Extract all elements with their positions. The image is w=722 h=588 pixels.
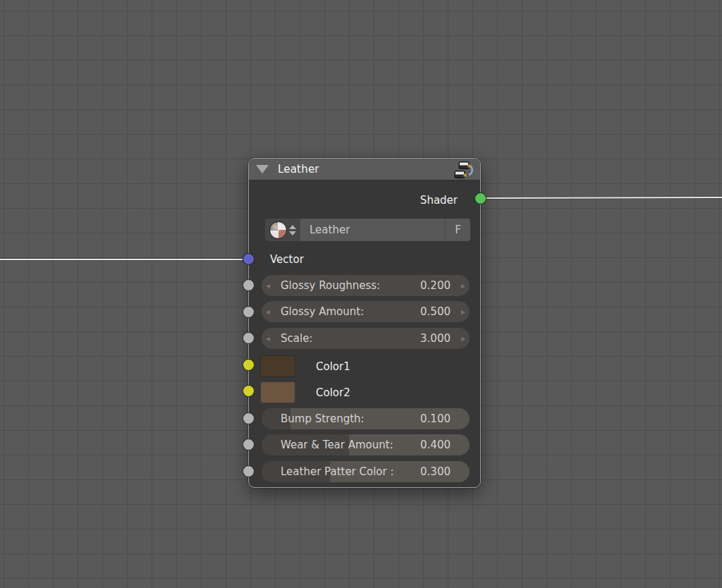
- wire-shader-output: [481, 197, 722, 198]
- decrease-arrow-icon[interactable]: ◂: [266, 281, 270, 290]
- field-value: 0.300: [420, 465, 451, 478]
- output-label-shader: Shader: [420, 194, 458, 207]
- input-row-vector: Vector: [249, 249, 480, 270]
- input-label-color2: Color2: [316, 386, 350, 399]
- field-label: Wear & Tear Amount:: [281, 439, 420, 451]
- stepper-arrows-icon[interactable]: [288, 225, 297, 235]
- field-label: Glossy Amount:: [281, 305, 420, 318]
- material-sphere-icon: [269, 221, 287, 239]
- socket-input-scale[interactable]: [243, 332, 255, 344]
- field-value: 0.100: [420, 412, 451, 425]
- color1-swatch[interactable]: [260, 355, 295, 377]
- socket-input-glossy-roughness[interactable]: [243, 279, 255, 291]
- socket-input-glossy-amount[interactable]: [243, 306, 255, 318]
- field-label: Bump Strength:: [281, 412, 420, 425]
- number-field-scale[interactable]: ◂ Scale: 3.000 ▸: [262, 328, 470, 349]
- increase-arrow-icon[interactable]: ▸: [461, 333, 465, 343]
- socket-input-color2[interactable]: [243, 385, 255, 397]
- increase-arrow-icon[interactable]: ▸: [461, 281, 465, 290]
- slider-wear-tear-amount[interactable]: Wear & Tear Amount: 0.400: [262, 434, 470, 455]
- slider-bump-strength[interactable]: Bump Strength: 0.100: [262, 408, 470, 429]
- decrease-arrow-icon[interactable]: ◂: [266, 307, 270, 317]
- input-label-color1: Color1: [316, 360, 350, 373]
- node-header[interactable]: Leather: [249, 159, 480, 180]
- field-label: Leather Patter Color :: [281, 465, 420, 478]
- step-up-icon[interactable]: [289, 225, 296, 229]
- color2-swatch[interactable]: [260, 381, 295, 403]
- input-row-color2: Color2: [249, 381, 480, 403]
- field-value: 0.400: [420, 439, 451, 451]
- node-title: Leather: [278, 163, 319, 176]
- socket-output-shader[interactable]: [475, 192, 487, 204]
- number-field-glossy-roughness[interactable]: ◂ Glossy Roughness: 0.200 ▸: [262, 275, 470, 296]
- field-label: Scale:: [281, 332, 420, 345]
- decrease-arrow-icon[interactable]: ◂: [266, 333, 270, 343]
- socket-input-color1[interactable]: [243, 359, 255, 371]
- increase-arrow-icon[interactable]: ▸: [461, 307, 465, 317]
- material-name-widget: Leather F: [265, 219, 470, 241]
- fake-user-button[interactable]: F: [445, 219, 470, 241]
- number-field-glossy-amount[interactable]: ◂ Glossy Amount: 0.500 ▸: [262, 301, 470, 322]
- input-label-vector: Vector: [270, 253, 304, 266]
- field-value: 3.000: [420, 332, 451, 345]
- field-value: 0.200: [420, 279, 451, 292]
- field-value: 0.500: [420, 305, 451, 318]
- slider-leather-pattern-color[interactable]: Leather Patter Color : 0.300: [262, 461, 470, 482]
- socket-input-leather-pattern[interactable]: [243, 465, 255, 477]
- node-group-icon[interactable]: [452, 161, 473, 182]
- material-name-input[interactable]: Leather: [300, 219, 445, 241]
- output-row-shader: Shader: [249, 190, 480, 211]
- step-down-icon[interactable]: [289, 231, 296, 235]
- node-leather[interactable]: Leather Shader: [248, 158, 481, 488]
- node-editor-canvas[interactable]: Leather Shader: [0, 0, 722, 588]
- field-label: Glossy Roughness:: [281, 279, 420, 292]
- collapse-triangle-icon[interactable]: [256, 165, 269, 173]
- socket-input-bump-strength[interactable]: [243, 412, 255, 424]
- input-row-color1: Color1: [249, 355, 480, 377]
- socket-input-wear-tear[interactable]: [243, 439, 255, 451]
- material-browse-button[interactable]: [265, 219, 300, 241]
- socket-input-vector[interactable]: [243, 253, 255, 265]
